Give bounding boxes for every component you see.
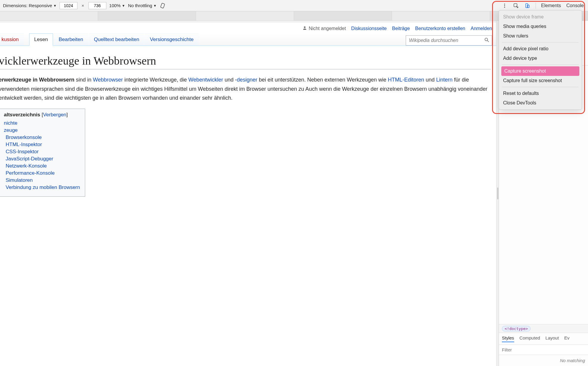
toc-link[interactable]: Performance-Konsole [6,170,55,176]
breadcrumb-node[interactable]: <!doctype> [502,326,531,331]
nav-contribs[interactable]: Beiträge [392,26,410,31]
svg-point-7 [304,26,305,28]
subtab-computed[interactable]: Computed [519,335,540,342]
svg-rect-6 [527,5,529,7]
link-webbrowser[interactable]: Webbrowser [93,77,123,83]
throttling-value: No throttling [128,3,152,8]
user-icon [302,26,307,32]
caret-down-icon: ▼ [153,4,157,7]
page-title: vicklerwerkzeuge in Webbrowsern [0,54,491,69]
rotate-icon[interactable] [160,3,166,9]
zoom-dropdown[interactable]: 100% ▼ [109,3,125,8]
toc-item: zeuge [4,127,80,133]
toc-link[interactable]: Verbindung zu mobilen Browsern [6,184,80,190]
menu-item-reset-to-defaults[interactable]: Reset to defaults [499,89,582,98]
lead-bold: erwerkzeuge in Webbrowsern [0,77,74,83]
table-of-contents: altsverzeichnis [Verbergen] nichtezeugeB… [0,109,85,197]
page-viewport: Nicht angemeldet Diskussionsseite Beiträ… [0,21,496,366]
toc-link[interactable]: Netzwerk-Konsole [6,163,47,169]
dimensions-dropdown[interactable]: Dimensions: Responsive ▼ [3,3,57,8]
lead-paragraph: erwerkzeuge in Webbrowsern sind in Webbr… [0,75,491,103]
menu-item-show-rulers[interactable]: Show rulers [499,31,582,41]
subtab-layout[interactable]: Layout [545,335,559,342]
toc-item: Browserkonsole [6,134,80,140]
styles-filter-input[interactable] [499,345,588,355]
article-content: vicklerwerkzeuge in Webbrowsern erwerkze… [0,46,496,200]
search-icon[interactable] [484,37,489,44]
tab-read[interactable]: Lesen [29,33,53,46]
nav-login[interactable]: Anmelden [471,26,492,31]
menu-item-add-device-pixel-ratio[interactable]: Add device pixel ratio [499,44,582,54]
search-input[interactable] [409,38,484,43]
device-name: Responsive [29,3,52,8]
link-lintern[interactable]: Lintern [436,77,452,83]
search-box[interactable] [406,35,492,46]
menu-item-capture-full-size-screenshot[interactable]: Capture full size screenshot [499,76,582,85]
not-logged-label: Nicht angemeldet [309,26,346,31]
toc-link[interactable]: HTML-Inspektor [6,142,42,147]
not-logged-in: Nicht angemeldet [302,26,346,32]
caret-down-icon: ▼ [122,4,125,7]
svg-line-9 [487,40,489,42]
toc-item: JavaScript-Debugger [6,156,80,162]
no-matching-message: No matching [499,355,588,366]
toc-item: Verbindung zu mobilen Browsern [6,184,80,190]
toc-link[interactable]: JavaScript-Debugger [6,156,53,162]
toc-item: Performance-Konsole [6,170,80,176]
svg-point-2 [504,5,505,6]
styles-subtabs: Styles Computed Layout Ev [499,333,588,345]
toc-link[interactable]: CSS-Inspektor [6,149,39,154]
dimensions-label: Dimensions: [3,3,28,8]
user-nav: Nicht angemeldet Diskussionsseite Beiträ… [0,23,496,33]
tab-elements[interactable]: Elements [541,3,561,8]
device-toolbar: Dimensions: Responsive ▼ × 100% ▼ No thr… [0,0,588,11]
article-tabs: kussion Lesen Bearbeiten Quelltext bearb… [0,33,496,46]
toc-item: Netzwerk-Konsole [6,163,80,169]
tab-history[interactable]: Versionsgeschichte [145,33,198,46]
toc-link[interactable]: Browserkonsole [6,134,42,140]
toggle-device-icon[interactable] [524,3,530,9]
toc-item: nichte [4,120,80,126]
link-html-editoren[interactable]: HTML-Editoren [388,77,424,83]
svg-rect-5 [525,4,528,8]
zoom-value: 100% [109,3,121,8]
toc-item: HTML-Inspektor [6,142,80,148]
menu-item-close-devtools[interactable]: Close DevTools [499,98,582,108]
caret-down-icon: ▼ [53,4,57,7]
elements-breadcrumb[interactable]: <!doctype> [499,324,588,333]
toc-link[interactable]: nichte [4,120,17,126]
subtab-styles[interactable]: Styles [502,335,514,342]
nav-create-account[interactable]: Benutzerkonto erstellen [415,26,465,31]
svg-rect-0 [160,3,165,8]
toc-link[interactable]: Simulatoren [6,177,33,183]
toc-heading: altsverzeichnis [4,112,40,118]
nav-talk[interactable]: Diskussionsseite [351,26,387,31]
link-webentwickler[interactable]: Webentwickler [188,77,223,83]
svg-point-8 [485,38,488,41]
viewport-width-input[interactable] [60,2,77,9]
panel-resize-handle[interactable] [496,21,499,366]
kebab-menu-icon[interactable] [502,3,508,9]
dimension-separator: × [80,3,85,8]
tab-edit[interactable]: Bearbeiten [54,33,88,46]
svg-point-1 [504,4,505,4]
throttling-dropdown[interactable]: No throttling ▼ [128,3,157,8]
toc-item: Simulatoren [6,177,80,183]
subtab-ev[interactable]: Ev [564,335,570,342]
menu-item-show-media-queries[interactable]: Show media queries [499,22,582,31]
viewport-height-input[interactable] [88,2,106,9]
menu-item-capture-screenshot[interactable]: Capture screenshot [501,66,579,76]
link-designer[interactable]: designer [237,77,257,83]
menu-item-add-device-type[interactable]: Add device type [499,54,582,63]
tab-console[interactable]: Console [566,3,584,8]
menu-item-show-device-frame: Show device frame [499,12,582,22]
element-picker-icon[interactable] [513,3,519,9]
toc-item: CSS-Inspektor [6,149,80,155]
tab-edit-source[interactable]: Quelltext bearbeiten [89,33,144,46]
svg-point-3 [504,7,505,7]
toc-toggle[interactable]: Verbergen [43,112,66,118]
devtools-menu: Show device frameShow media queriesShow … [499,10,582,110]
toc-link[interactable]: zeuge [4,127,18,133]
tab-discussion[interactable]: kussion [0,33,24,46]
